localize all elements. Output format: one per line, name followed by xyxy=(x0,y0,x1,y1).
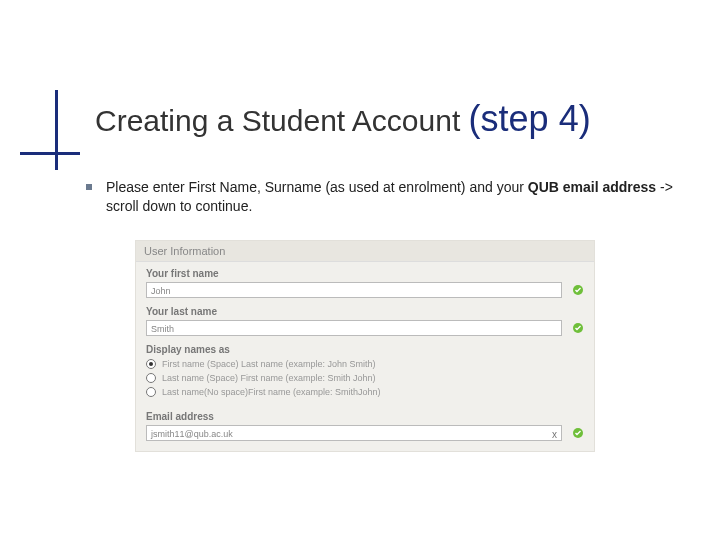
check-icon xyxy=(572,322,584,334)
radio-icon xyxy=(146,359,156,369)
first-name-input[interactable]: John xyxy=(146,282,562,298)
instruction-bold: QUB email address xyxy=(528,179,656,195)
display-names-label: Display names as xyxy=(146,344,584,355)
first-name-label: Your first name xyxy=(146,268,584,279)
email-input[interactable]: jsmith11@qub.ac.uk x xyxy=(146,425,562,441)
radio-icon xyxy=(146,373,156,383)
email-label: Email address xyxy=(146,411,584,422)
instruction-text: Please enter First Name, Surname (as use… xyxy=(106,178,690,216)
title-step: (step 4) xyxy=(469,98,591,139)
radio-label: Last name (Space) First name (example: S… xyxy=(162,373,376,383)
check-icon xyxy=(572,427,584,439)
slide-title: Creating a Student Account (step 4) xyxy=(95,98,591,140)
clear-x-icon[interactable]: x xyxy=(552,427,557,443)
display-names-block: Display names as First name (Space) Last… xyxy=(136,338,594,405)
instruction-pre: Please enter First Name, Surname (as use… xyxy=(106,179,528,195)
first-name-block: Your first name John xyxy=(136,262,594,300)
accent-horizontal-bar xyxy=(20,152,80,155)
email-block: Email address jsmith11@qub.ac.uk x xyxy=(136,405,594,451)
title-main: Creating a Student Account xyxy=(95,104,469,137)
radio-icon xyxy=(146,387,156,397)
instruction-bullet: Please enter First Name, Surname (as use… xyxy=(86,178,690,216)
radio-label: First name (Space) Last name (example: J… xyxy=(162,359,376,369)
bullet-square-icon xyxy=(86,184,92,190)
user-info-header: User Information xyxy=(136,241,594,262)
radio-label: Last name(No space)First name (example: … xyxy=(162,387,381,397)
radio-option-1[interactable]: First name (Space) Last name (example: J… xyxy=(146,359,584,369)
last-name-block: Your last name Smith xyxy=(136,300,594,338)
email-value: jsmith11@qub.ac.uk xyxy=(151,429,233,439)
form-screenshot-panel: User Information Your first name John Yo… xyxy=(135,240,595,452)
accent-vertical-bar xyxy=(55,90,58,170)
last-name-label: Your last name xyxy=(146,306,584,317)
radio-option-2[interactable]: Last name (Space) First name (example: S… xyxy=(146,373,584,383)
radio-option-3[interactable]: Last name(No space)First name (example: … xyxy=(146,387,584,397)
check-icon xyxy=(572,284,584,296)
last-name-input[interactable]: Smith xyxy=(146,320,562,336)
